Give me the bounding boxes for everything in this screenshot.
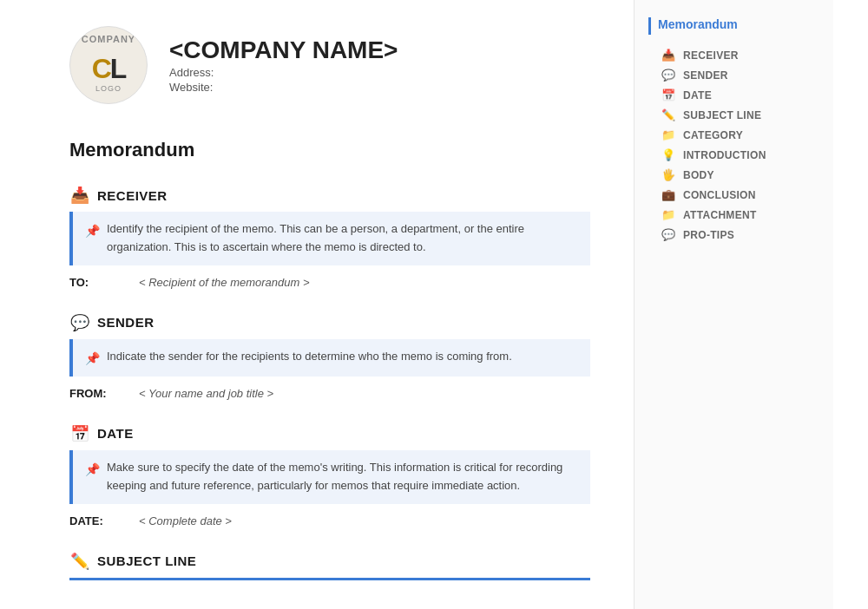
subject-icon: ✏️ bbox=[69, 552, 90, 571]
sidebar-item-category[interactable]: 📁 CATEGORY bbox=[648, 125, 819, 145]
sidebar-receiver-label: RECEIVER bbox=[683, 49, 739, 62]
sidebar-body-label: BODY bbox=[683, 169, 714, 181]
date-field-value: < Complete date > bbox=[139, 514, 232, 527]
sidebar-category-icon: 📁 bbox=[661, 128, 676, 141]
pin-icon-sender: 📌 bbox=[85, 349, 100, 368]
sidebar: Memorandum 📥 RECEIVER 💬 SENDER 📅 DATE ✏️… bbox=[634, 0, 833, 609]
section-header-date: 📅 DATE bbox=[69, 424, 590, 443]
section-header-subject: ✏️ SUBJECT LINE bbox=[69, 552, 590, 571]
section-header-receiver: 📥 RECEIVER bbox=[69, 186, 590, 205]
sidebar-introduction-label: INTRODUCTION bbox=[683, 149, 766, 161]
sidebar-date-icon: 📅 bbox=[661, 88, 676, 102]
subject-bottom-line bbox=[69, 578, 590, 580]
sidebar-item-conclusion[interactable]: 💼 CONCLUSION bbox=[648, 185, 819, 205]
logo-bottom-text: LOGO bbox=[95, 84, 122, 93]
sidebar-sender-label: SENDER bbox=[683, 69, 728, 82]
pin-icon-receiver: 📌 bbox=[85, 221, 100, 257]
logo-company-text: COMPANY bbox=[70, 34, 147, 44]
sender-field-row: FROM: < Your name and job title > bbox=[69, 387, 590, 400]
to-label: TO: bbox=[69, 276, 139, 289]
sidebar-attachment-label: ATTACHMENT bbox=[683, 209, 757, 221]
receiver-info-text: Identify the recipient of the memo. This… bbox=[107, 220, 578, 257]
sidebar-conclusion-icon: 💼 bbox=[661, 188, 676, 201]
sender-icon: 💬 bbox=[69, 313, 90, 332]
date-info-box: 📌 Make sure to specify the date of the m… bbox=[69, 450, 590, 504]
date-field-row: DATE: < Complete date > bbox=[69, 514, 590, 527]
company-logo: COMPANY CL LOGO bbox=[69, 26, 148, 104]
receiver-icon: 📥 bbox=[69, 186, 90, 205]
sidebar-item-introduction[interactable]: 💡 INTRODUCTION bbox=[648, 145, 819, 165]
to-value: < Recipient of the memorandum > bbox=[139, 276, 310, 289]
date-icon: 📅 bbox=[69, 424, 90, 443]
receiver-info-box: 📌 Identify the recipient of the memo. Th… bbox=[69, 212, 590, 265]
address-label: Address: bbox=[169, 66, 398, 79]
sender-label: SENDER bbox=[97, 315, 155, 330]
sidebar-body-icon: 🖐 bbox=[661, 168, 676, 181]
sidebar-subject-icon: ✏️ bbox=[661, 108, 676, 121]
main-content: COMPANY CL LOGO <COMPANY NAME> Address: … bbox=[0, 0, 634, 609]
subject-label: SUBJECT LINE bbox=[97, 553, 196, 568]
receiver-field-row: TO: < Recipient of the memorandum > bbox=[69, 276, 590, 289]
sidebar-title: Memorandum bbox=[648, 17, 819, 35]
sidebar-sender-icon: 💬 bbox=[661, 69, 676, 82]
sidebar-attachment-icon: 📁 bbox=[661, 208, 676, 221]
website-label: Website: bbox=[169, 81, 398, 94]
company-info: <COMPANY NAME> Address: Website: bbox=[169, 36, 398, 94]
sidebar-item-body[interactable]: 🖐 BODY bbox=[648, 165, 819, 185]
sender-info-box: 📌 Indicate the sender for the recipients… bbox=[69, 339, 590, 377]
receiver-label: RECEIVER bbox=[97, 188, 168, 203]
sidebar-item-receiver[interactable]: 📥 RECEIVER bbox=[648, 45, 819, 65]
sidebar-protips-label: PRO-TIPS bbox=[683, 229, 734, 241]
section-sender: 💬 SENDER 📌 Indicate the sender for the r… bbox=[69, 313, 590, 400]
section-subject: ✏️ SUBJECT LINE bbox=[69, 552, 590, 580]
logo-cl-letters: CL bbox=[92, 53, 126, 85]
pin-icon-date: 📌 bbox=[85, 460, 100, 495]
from-label: FROM: bbox=[69, 387, 139, 400]
sidebar-item-pro-tips[interactable]: 💬 PRO-TIPS bbox=[648, 225, 819, 245]
date-info-text: Make sure to specify the date of the mem… bbox=[107, 459, 578, 495]
company-name: <COMPANY NAME> bbox=[169, 36, 398, 64]
header: COMPANY CL LOGO <COMPANY NAME> Address: … bbox=[69, 26, 590, 104]
section-header-sender: 💬 SENDER bbox=[69, 313, 590, 332]
sidebar-item-subject-line[interactable]: ✏️ SUBJECT LINE bbox=[648, 105, 819, 125]
sidebar-receiver-icon: 📥 bbox=[661, 49, 676, 62]
from-value: < Your name and job title > bbox=[139, 387, 273, 400]
sender-info-text: Indicate the sender for the recipients t… bbox=[107, 348, 512, 368]
section-date: 📅 DATE 📌 Make sure to specify the date o… bbox=[69, 424, 590, 527]
date-field-label: DATE: bbox=[69, 514, 139, 527]
date-label: DATE bbox=[97, 426, 134, 441]
sidebar-introduction-icon: 💡 bbox=[661, 148, 676, 161]
sidebar-item-sender[interactable]: 💬 SENDER bbox=[648, 65, 819, 85]
sidebar-category-label: CATEGORY bbox=[683, 129, 743, 141]
section-receiver: 📥 RECEIVER 📌 Identify the recipient of t… bbox=[69, 186, 590, 289]
sidebar-conclusion-label: CONCLUSION bbox=[683, 189, 756, 201]
memo-title: Memorandum bbox=[69, 139, 590, 161]
sidebar-protips-icon: 💬 bbox=[661, 228, 676, 241]
sidebar-subject-label: SUBJECT LINE bbox=[683, 109, 761, 121]
sidebar-item-attachment[interactable]: 📁 ATTACHMENT bbox=[648, 205, 819, 225]
sidebar-item-date[interactable]: 📅 DATE bbox=[648, 85, 819, 105]
sidebar-date-label: DATE bbox=[683, 89, 712, 102]
